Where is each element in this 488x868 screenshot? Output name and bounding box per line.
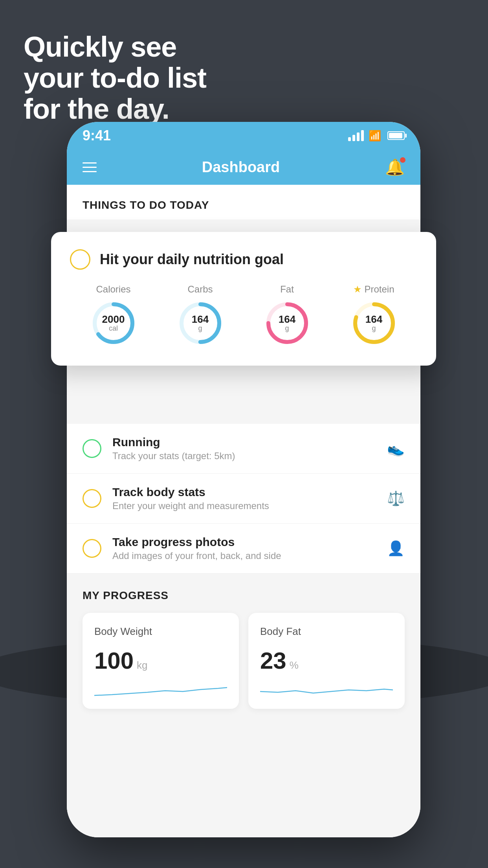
- running-checkbox[interactable]: [83, 439, 101, 458]
- notification-dot: [400, 157, 405, 163]
- app-header: Dashboard 🔔: [67, 149, 420, 185]
- headline: Quickly see your to-do list for the day.: [24, 31, 206, 125]
- nutrition-protein: ★ Protein 164 g: [350, 284, 398, 347]
- headline-line3: for the day.: [24, 94, 206, 125]
- nutrition-checkbox[interactable]: [70, 249, 90, 270]
- headline-line1: Quickly see: [24, 31, 206, 63]
- photos-subtitle: Add images of your front, back, and side: [112, 550, 376, 561]
- body-stats-checkbox[interactable]: [83, 489, 101, 508]
- body-fat-card: Body Fat 23 %: [248, 613, 405, 709]
- nutrition-calories: Calories 2000 cal: [90, 284, 137, 347]
- body-stats-title: Track body stats: [112, 485, 376, 499]
- todo-item-body-stats[interactable]: Track body stats Enter your weight and m…: [67, 474, 420, 524]
- body-stats-icon: ⚖️: [387, 490, 405, 507]
- notifications-button[interactable]: 🔔: [385, 158, 405, 177]
- nutrition-row: Calories 2000 cal Carbs: [70, 284, 417, 347]
- body-stats-subtitle: Enter your weight and measurements: [112, 500, 376, 511]
- body-weight-card-title: Body Weight: [94, 625, 227, 638]
- fat-donut: 164 g: [264, 300, 311, 347]
- body-weight-card: Body Weight 100 kg: [83, 613, 239, 709]
- featured-nutrition-card: Hit your daily nutrition goal Calories 2…: [51, 232, 436, 366]
- header-title: Dashboard: [202, 159, 280, 176]
- photos-checkbox[interactable]: [83, 539, 101, 558]
- body-fat-value: 23: [260, 647, 286, 674]
- status-icons: 📶: [348, 130, 405, 142]
- body-fat-card-title: Body Fat: [260, 625, 393, 638]
- photos-title: Take progress photos: [112, 535, 376, 549]
- menu-button[interactable]: [83, 162, 97, 172]
- todo-item-running[interactable]: Running Track your stats (target: 5km) 👟: [67, 424, 420, 474]
- running-subtitle: Track your stats (target: 5km): [112, 451, 376, 462]
- calories-label: Calories: [96, 284, 130, 295]
- carbs-label: Carbs: [187, 284, 213, 295]
- phone-frame: 9:41 📶 Dashboard 🔔 THINGS TO DO TODAY: [67, 122, 420, 837]
- carbs-donut: 164 g: [177, 300, 224, 347]
- progress-title: MY PROGRESS: [83, 589, 405, 602]
- nutrition-card-title: Hit your daily nutrition goal: [100, 251, 284, 268]
- todo-item-photos[interactable]: Take progress photos Add images of your …: [67, 524, 420, 574]
- progress-cards: Body Weight 100 kg Body Fat 23: [83, 613, 405, 709]
- body-weight-value: 100: [94, 647, 134, 674]
- status-bar: 9:41 📶: [67, 122, 420, 149]
- body-weight-unit: kg: [137, 659, 147, 671]
- body-fat-chart: [260, 684, 393, 699]
- signal-icon: [348, 130, 364, 141]
- running-title: Running: [112, 436, 376, 449]
- progress-section: MY PROGRESS Body Weight 100 kg: [67, 589, 420, 709]
- body-fat-value-row: 23 %: [260, 647, 393, 674]
- protein-label: ★ Protein: [353, 284, 394, 295]
- body-weight-chart: [94, 684, 227, 699]
- protein-star-icon: ★: [353, 284, 362, 295]
- calories-donut: 2000 cal: [90, 300, 137, 347]
- body-fat-unit: %: [290, 659, 299, 671]
- battery-icon: [387, 131, 405, 140]
- things-to-do-section: THINGS TO DO TODAY: [67, 185, 420, 219]
- nutrition-fat: Fat 164 g: [264, 284, 311, 347]
- section-title: THINGS TO DO TODAY: [83, 199, 405, 211]
- body-weight-value-row: 100 kg: [94, 647, 227, 674]
- fat-label: Fat: [280, 284, 294, 295]
- photos-icon: 👤: [387, 540, 405, 557]
- headline-line2: your to-do list: [24, 63, 206, 94]
- protein-donut: 164 g: [350, 300, 398, 347]
- todo-list: Running Track your stats (target: 5km) 👟…: [67, 424, 420, 574]
- nutrition-carbs: Carbs 164 g: [177, 284, 224, 347]
- status-time: 9:41: [83, 127, 111, 144]
- running-icon: 👟: [387, 440, 405, 457]
- wifi-icon: 📶: [369, 130, 381, 142]
